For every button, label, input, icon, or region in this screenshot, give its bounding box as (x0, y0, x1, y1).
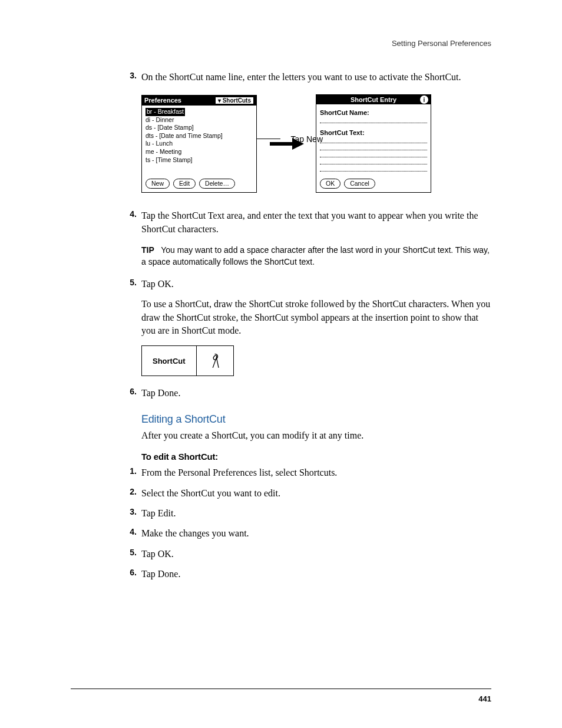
shortcut-text-label: ShortCut Text: (320, 129, 427, 136)
heading-editing-shortcut: Editing a ShortCut (141, 413, 491, 426)
arrow-column: Tap New (257, 138, 316, 150)
chevron-down-icon: ▾ (218, 97, 221, 104)
list-item[interactable]: ds - [Date Stamp] (146, 124, 253, 132)
step-number: 3. (130, 507, 141, 520)
list-item[interactable]: lu - Lunch (146, 140, 253, 148)
step-text: From the Personal Preferences list, sele… (141, 466, 491, 479)
step-text: Tap OK. (141, 548, 491, 561)
step-number: 5. (130, 548, 141, 561)
step-number: 6. (130, 568, 141, 581)
new-button[interactable]: New (146, 179, 170, 189)
footer-rule (71, 689, 491, 689)
delete-button[interactable]: Delete… (199, 179, 235, 189)
list-item[interactable]: ts - [Time Stamp] (146, 156, 253, 164)
edit-button[interactable]: Edit (173, 179, 196, 189)
shortcut-glyph-cell (196, 346, 233, 376)
edit-intro-paragraph: After you create a ShortCut, you can mod… (141, 429, 491, 442)
shortcut-symbol-table: ShortCut (141, 345, 234, 376)
prefs-dropdown-label: ShortCuts (223, 97, 251, 104)
tip-text: You may want to add a space character af… (141, 245, 490, 266)
page-header: Setting Personal Preferences (392, 39, 491, 48)
list-item[interactable]: di - Dinner (146, 116, 253, 124)
shortcut-text-input[interactable] (320, 159, 427, 164)
prefs-title-text: Preferences (144, 97, 181, 104)
shortcut-list[interactable]: br - Breakfast di - Dinner ds - [Date St… (142, 106, 256, 176)
step-text: Tap Edit. (141, 507, 491, 520)
edit-step-3: 3. Tap Edit. (71, 507, 491, 520)
edit-step-1: 1. From the Personal Preferences list, s… (71, 466, 491, 479)
step-number: 1. (130, 466, 141, 479)
step-number: 5. (130, 278, 141, 291)
shortcut-text-input[interactable] (320, 144, 427, 150)
step-number: 2. (130, 487, 141, 500)
callout-line (257, 139, 280, 139)
list-item[interactable]: me - Meeting (146, 148, 253, 156)
figure-shortcut-screens: Preferences ▾ ShortCuts br - Breakfast d… (141, 94, 491, 193)
tip-label: TIP (141, 245, 154, 255)
page-content: 3. On the ShortCut name line, enter the … (71, 71, 491, 588)
step-number: 6. (130, 387, 141, 400)
step-text: Make the changes you want. (141, 527, 491, 540)
step-number: 4. (130, 209, 141, 236)
tap-new-callout: Tap New (291, 134, 323, 144)
step-5: 5. Tap OK. (71, 278, 491, 291)
shortcut-text-input[interactable] (320, 137, 427, 143)
shortcut-name-input[interactable] (320, 117, 427, 123)
shortcut-name-label: ShortCut Name: (320, 109, 427, 116)
step-4: 4. Tap the ShortCut Text area, and enter… (71, 209, 491, 236)
step-text: Tap the ShortCut Text area, and enter th… (141, 209, 491, 236)
cancel-button[interactable]: Cancel (344, 179, 375, 189)
step-text: Tap Done. (141, 568, 491, 581)
ok-button[interactable]: OK (320, 179, 340, 189)
page-number: 441 (478, 694, 491, 703)
shortcut-text-input[interactable] (320, 151, 427, 157)
prefs-dropdown[interactable]: ▾ ShortCuts (215, 97, 254, 104)
edit-step-2: 2. Select the ShortCut you want to edit. (71, 487, 491, 500)
shortcut-label-cell: ShortCut (142, 346, 197, 376)
step-text: On the ShortCut name line, enter the let… (141, 71, 491, 84)
edit-step-6: 6. Tap Done. (71, 568, 491, 581)
prefs-titlebar: Preferences ▾ ShortCuts (142, 95, 256, 106)
info-icon[interactable]: i (420, 95, 428, 104)
shortcut-stroke-icon (207, 352, 223, 370)
preferences-screen: Preferences ▾ ShortCuts br - Breakfast d… (141, 95, 257, 193)
step-number: 4. (130, 527, 141, 540)
entry-title-text: ShortCut Entry (351, 96, 396, 103)
step-number: 3. (130, 71, 141, 84)
usage-paragraph: To use a ShortCut, draw the ShortCut str… (141, 298, 491, 337)
list-item[interactable]: dts - [Date and Time Stamp] (146, 132, 253, 140)
entry-titlebar: ShortCut Entry i (316, 95, 431, 104)
step-text: Tap Done. (141, 387, 491, 400)
shortcut-entry-screen: ShortCut Entry i ShortCut Name: ShortCut… (316, 94, 431, 193)
step-6: 6. Tap Done. (71, 387, 491, 400)
step-3: 3. On the ShortCut name line, enter the … (71, 71, 491, 84)
edit-step-5: 5. Tap OK. (71, 548, 491, 561)
list-item[interactable]: br - Breakfast (146, 108, 185, 116)
edit-step-4: 4. Make the changes you want. (71, 527, 491, 540)
step-text: Select the ShortCut you want to edit. (141, 487, 491, 500)
shortcut-text-input[interactable] (320, 166, 427, 172)
step-text: Tap OK. (141, 278, 491, 291)
heading-to-edit: To edit a ShortCut: (141, 452, 491, 462)
tip-paragraph: TIP You may want to add a space characte… (141, 244, 491, 268)
